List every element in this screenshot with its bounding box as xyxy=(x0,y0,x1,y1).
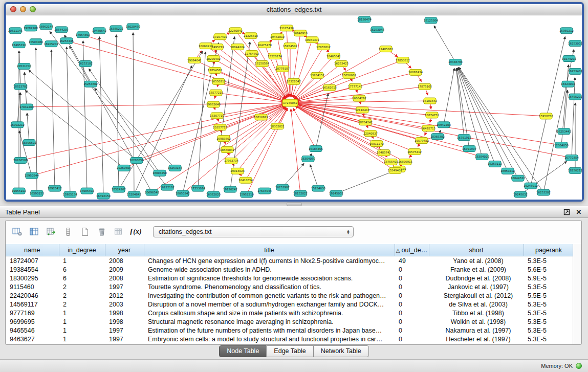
graph-node[interactable]: 18577218 xyxy=(209,90,223,96)
graph-node[interactable]: 16485742 xyxy=(377,150,391,156)
table-scrollbar[interactable] xyxy=(573,244,581,344)
table-cell[interactable]: 1 xyxy=(59,256,105,266)
graph-node[interactable]: 16816921 xyxy=(254,114,268,120)
table-cell[interactable]: 18300295 xyxy=(6,274,59,282)
table-cell[interactable]: 9463627 xyxy=(6,335,59,343)
graph-node[interactable]: 16064292 xyxy=(352,95,366,101)
graph-node[interactable]: 16304050 xyxy=(301,156,315,162)
graph-node[interactable]: 15905134 xyxy=(63,191,77,198)
graph-node[interactable]: 18465041 xyxy=(326,53,341,59)
graph-node[interactable]: 16253402 xyxy=(568,68,582,74)
graph-node[interactable]: 16253102 xyxy=(78,61,93,67)
graph-node[interactable]: 16212102 xyxy=(160,184,175,190)
graph-node[interactable]: 16382020 xyxy=(206,191,221,198)
graph-node[interactable]: 16101642 xyxy=(423,98,437,104)
graph-node[interactable]: 16811272 xyxy=(369,141,384,147)
zoom-window-button[interactable] xyxy=(30,6,36,12)
column-chooser-icon[interactable] xyxy=(28,226,41,238)
graph-node[interactable]: 12754702 xyxy=(245,51,259,57)
column-header[interactable]: year xyxy=(105,244,144,256)
graph-node[interactable]: 18580842 xyxy=(220,147,234,153)
graph-node[interactable]: 19055102 xyxy=(12,188,26,194)
table-row[interactable]: 969969511998Structural magnetic resonanc… xyxy=(6,317,574,326)
graph-node[interactable]: 16475470 xyxy=(257,42,272,48)
graph-node[interactable]: 18150584 xyxy=(255,61,269,67)
graph-node[interactable]: 18844224 xyxy=(230,44,245,50)
graph-node[interactable]: 16044522 xyxy=(511,175,525,181)
graph-node[interactable]: 17955812 xyxy=(316,44,331,50)
graph-node[interactable]: 16263425 xyxy=(334,61,349,67)
table-cell[interactable]: 1 xyxy=(59,335,105,343)
graph-node[interactable]: 19245032 xyxy=(513,191,528,198)
table-cell[interactable]: Franke et al. (2009) xyxy=(429,265,524,274)
graph-node[interactable]: 18755402 xyxy=(384,159,398,165)
graph-node[interactable]: 18307710 xyxy=(210,113,224,119)
table-cell[interactable]: 5.3E-5 xyxy=(524,309,574,317)
graph-node[interactable]: 16590153 xyxy=(30,190,44,196)
graph-node[interactable]: 18125304 xyxy=(424,17,438,24)
graph-node[interactable]: 18205202 xyxy=(44,41,58,47)
graph-node[interactable]: 16410554 xyxy=(238,177,253,183)
graph-node[interactable]: 16962144 xyxy=(39,24,53,30)
table-cell[interactable]: 2009 xyxy=(105,265,144,274)
graph-node[interactable]: 16983802 xyxy=(216,136,231,142)
graph-node[interactable]: 18004250 xyxy=(153,170,167,176)
graph-node[interactable]: 16385202 xyxy=(109,26,123,32)
table-cell[interactable]: 5.3E-5 xyxy=(524,300,574,309)
graph-node[interactable]: 16203050 xyxy=(129,157,144,163)
graph-node[interactable]: 19014024 xyxy=(230,168,245,174)
float-panel-icon[interactable] xyxy=(562,208,571,216)
table-cell[interactable]: 6 xyxy=(59,265,105,274)
graph-node[interactable]: 19862640 xyxy=(206,101,221,107)
table-cell[interactable]: Tourette syndrome. Phenomenology and cla… xyxy=(144,282,395,291)
graph-node[interactable]: 16495715 xyxy=(421,125,435,132)
column-header[interactable]: short xyxy=(429,244,524,256)
graph-node[interactable]: 16896915 xyxy=(398,159,412,165)
table-settings-icon[interactable] xyxy=(11,226,24,238)
graph-node[interactable]: 18524202 xyxy=(112,186,126,192)
table-cell[interactable]: Nakamura et al. (1997) xyxy=(429,326,524,335)
graph-node[interactable]: 18130474 xyxy=(357,16,372,23)
graph-node[interactable]: 19274202 xyxy=(562,56,576,62)
graph-node[interactable]: 16791912 xyxy=(457,135,471,141)
table-cell[interactable]: 1998 xyxy=(105,309,144,317)
graph-node[interactable]: 18250212 xyxy=(568,167,582,173)
graph-node[interactable]: 17777145 xyxy=(348,83,362,90)
graph-node[interactable]: 21125430 xyxy=(279,25,294,31)
table-cell[interactable]: 5.6E-5 xyxy=(524,265,574,274)
graph-node[interactable]: 17054892 xyxy=(76,32,90,38)
minimize-window-button[interactable] xyxy=(20,6,26,12)
graph-node[interactable]: 19480542 xyxy=(92,28,106,34)
graph-node[interactable]: 18423002 xyxy=(561,81,575,87)
graph-node[interactable]: 18306502 xyxy=(22,140,36,146)
table-cell[interactable]: Disruption of a novel member of a sodium… xyxy=(144,300,395,309)
graph-node[interactable]: 15254630 xyxy=(311,185,325,191)
tab-node-table[interactable]: Node Table xyxy=(219,345,267,357)
graph-node[interactable]: 15950544 xyxy=(25,172,39,179)
table-cell[interactable]: Tibbo et al. (1998) xyxy=(429,309,524,317)
table-cell[interactable]: Investigating the contribution of common… xyxy=(144,291,395,300)
graph-node[interactable]: 12116410 xyxy=(355,107,369,113)
table-cell[interactable]: 1997 xyxy=(105,335,144,343)
graph-node[interactable]: 18302021 xyxy=(270,123,285,129)
graph-node[interactable]: 10779187 xyxy=(275,65,290,72)
graph-node[interactable]: 16253048 xyxy=(370,27,384,33)
graph-node[interactable]: 18152022 xyxy=(293,190,308,196)
table-cell[interactable]: 1997 xyxy=(105,282,144,291)
graph-node[interactable]: 20260608 xyxy=(117,165,131,171)
table-row[interactable]: 911546021997Tourette syndrome. Phenomeno… xyxy=(6,282,574,291)
graph-node[interactable]: 15954502 xyxy=(283,43,297,49)
graph-node[interactable]: 17253014 xyxy=(191,185,205,191)
function-builder-icon[interactable]: ƒ(x) xyxy=(129,226,142,238)
table-cell[interactable]: Genome-wide association studies in ADHD. xyxy=(144,265,395,274)
graph-node[interactable]: 16253442 xyxy=(557,128,571,135)
graph-node[interactable]: 19448794 xyxy=(448,59,463,65)
network-window-titlebar[interactable]: citations_edges.txt xyxy=(6,4,582,15)
graph-node[interactable]: 22280842 xyxy=(228,28,243,34)
graph-node[interactable]: 15284842 xyxy=(127,191,141,198)
graph-node[interactable]: 21226818 xyxy=(244,33,258,39)
table-row[interactable]: 1872400712008Changes of HCN gene express… xyxy=(6,256,574,266)
graph-node[interactable]: 16575412 xyxy=(407,149,422,155)
table-cell[interactable]: Estimation of significance thresholds fo… xyxy=(144,274,395,282)
graph-node[interactable]: 16253112 xyxy=(488,161,502,167)
